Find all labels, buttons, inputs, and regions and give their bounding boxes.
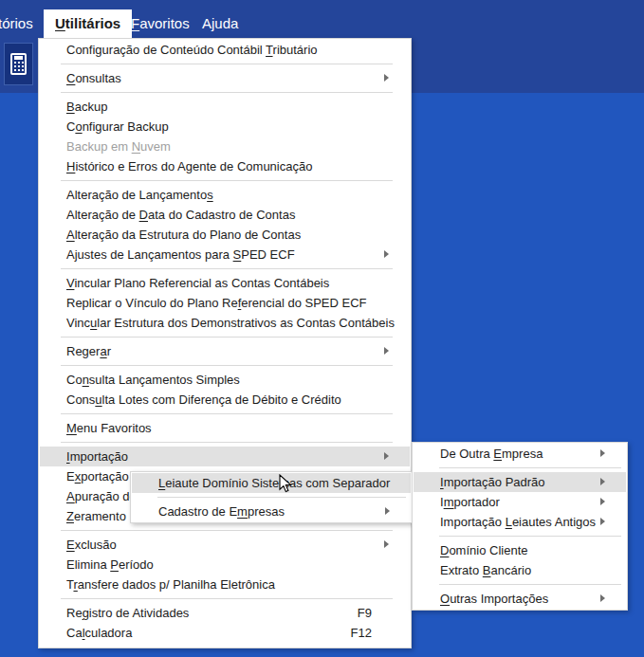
menu-item-label: Alteração de Lançamentos xyxy=(66,188,213,202)
importacao-submenu: De Outra EmpresaImportação PadrãoImporta… xyxy=(412,442,628,611)
menubar: tórios Utilitários Favoritos Ajuda xyxy=(0,0,644,38)
menu-item-label: Configuração de Conteúdo Contábil Tribut… xyxy=(66,43,318,57)
menu-item-consulta-lotes-com-diferenca-de-debito-e-credito[interactable]: Consulta Lotes com Diferença de Débito e… xyxy=(40,390,410,410)
menu-item-label: Vincular Plano Referencial as Contas Con… xyxy=(66,276,329,290)
menu-item-label: Elimina Período xyxy=(66,557,154,572)
submenu-arrow-icon xyxy=(600,478,605,485)
menu-item-label: Alteração da Estrutura do Plano de Conta… xyxy=(66,228,301,242)
shortcut-label: F9 xyxy=(358,603,372,623)
menu-item-label: Importador xyxy=(440,495,500,509)
menu-item-label: Backup xyxy=(66,100,107,114)
submenu-arrow-icon xyxy=(385,507,390,515)
menu-separator xyxy=(61,64,393,64)
menu-separator xyxy=(61,337,393,338)
submenu-arrow-icon xyxy=(600,518,605,525)
submenu-arrow-icon xyxy=(384,74,389,82)
menu-item-historico-e-erros-do-agente-de-comunicacao[interactable]: Histórico e Erros do Agente de Comunicaç… xyxy=(40,156,410,176)
menu-item-cadastro-de-empresas[interactable]: Cadastro de Empresas xyxy=(132,502,411,521)
menu-item-leiaute-dominio-sistemas-com-separador[interactable]: Leiaute Domínio Sistemas com Separador xyxy=(132,473,411,493)
menu-item-backup[interactable]: Backup xyxy=(40,97,410,117)
menu-item-replicar-o-vinculo-do-plano-referencial-do-sped-ecf[interactable]: Replicar o Vínculo do Plano Referencial … xyxy=(40,293,410,313)
menu-item-label: Outras Importações xyxy=(440,592,548,606)
menu-item-consulta-lancamentos-simples[interactable]: Consulta Lançamentos Simples xyxy=(40,370,410,390)
submenu-arrow-icon xyxy=(384,347,389,355)
menu-separator xyxy=(61,413,393,414)
submenu-arrow-icon xyxy=(384,540,389,548)
menu-item-transfere-dados-p-planilha-eletronica[interactable]: Transfere dados p/ Planilha Eletrônica xyxy=(40,575,410,594)
menu-item-label: Ajustes de Lançamentos para SPED ECF xyxy=(66,247,295,262)
menu-item-importacao-leiautes-antigos[interactable]: Importação Leiautes Antigos xyxy=(414,512,626,532)
menu-item-label: Zeramento xyxy=(66,509,126,523)
menu-item-ajustes-de-lancamentos-para-sped-ecf[interactable]: Ajustes de Lançamentos para SPED ECF xyxy=(40,245,410,265)
menu-item-label: Transfere dados p/ Planilha Eletrônica xyxy=(66,577,275,592)
calculator-toolbar-button[interactable] xyxy=(4,43,33,85)
menu-item-label: Configurar Backup xyxy=(66,119,169,134)
menu-item-configuracao-de-conteudo-contabil-tributario[interactable]: Configuração de Conteúdo Contábil Tribut… xyxy=(40,40,410,60)
menu-item-outras-importacoes[interactable]: Outras Importações xyxy=(414,589,626,609)
menu-item-label: De Outra Empresa xyxy=(440,447,543,461)
menu-separator xyxy=(157,497,406,498)
menu-separator xyxy=(61,530,393,531)
menu-item-alteracao-de-lancamentos[interactable]: Alteração de Lançamentos xyxy=(40,185,410,205)
menu-item-alteracao-de-data-do-cadastro-de-contas[interactable]: Alteração de Data do Cadastro de Contas xyxy=(40,205,410,225)
menu-separator xyxy=(61,598,393,599)
menu-item-label: Alteração de Data do Cadastro de Contas xyxy=(66,208,295,222)
menu-separator xyxy=(61,180,393,181)
menu-item-vincular-plano-referencial-as-contas-contabeis[interactable]: Vincular Plano Referencial as Contas Con… xyxy=(40,273,410,293)
menu-separator xyxy=(61,365,393,366)
menu-item-label: Regerar xyxy=(66,344,111,358)
menu-item-importacao-padrao[interactable]: Importação Padrão xyxy=(414,472,626,492)
menu-item-label: Consultas xyxy=(66,71,121,85)
menu-item-label: Domínio Cliente xyxy=(440,543,528,557)
menu-separator xyxy=(61,442,393,443)
menubar-item-ajuda[interactable]: Ajuda xyxy=(202,9,238,38)
app-window: tórios Utilitários Favoritos Ajuda Confi… xyxy=(0,0,644,657)
menu-item-label: Leiaute Domínio Sistemas com Separador xyxy=(158,476,390,490)
menu-item-backup-em-nuvem[interactable]: Backup em Nuvem xyxy=(40,137,410,156)
menu-item-label: Consulta Lotes com Diferença de Débito e… xyxy=(66,392,341,407)
menu-item-label: Apuração do xyxy=(66,489,137,503)
menubar-item-favoritos[interactable]: Favoritos xyxy=(131,9,190,38)
menu-item-label: Importação Padrão xyxy=(440,475,545,489)
menu-item-label: Vincular Estrutura dos Demonstrativos as… xyxy=(66,316,395,330)
menu-separator xyxy=(439,584,621,585)
menu-separator xyxy=(439,467,621,468)
menu-item-label: Calculadora xyxy=(66,626,132,640)
submenu-arrow-icon xyxy=(600,498,605,505)
menu-separator xyxy=(61,268,393,269)
menu-item-label: Exportação xyxy=(66,469,129,484)
menu-item-alteracao-da-estrutura-do-plano-de-contas[interactable]: Alteração da Estrutura do Plano de Conta… xyxy=(40,225,410,245)
menu-item-importador[interactable]: Importador xyxy=(414,492,626,512)
importacao-padrao-submenu: Leiaute Domínio Sistemas com SeparadorCa… xyxy=(130,471,413,523)
menu-item-configurar-backup[interactable]: Configurar Backup xyxy=(40,117,410,137)
menu-item-calculadora[interactable]: CalculadoraF12 xyxy=(40,623,410,643)
menu-item-label: Importação Leiautes Antigos xyxy=(440,515,596,529)
submenu-arrow-icon xyxy=(600,594,605,602)
menu-item-dominio-cliente[interactable]: Domínio Cliente xyxy=(414,540,626,560)
menubar-item-relatorios-partial[interactable]: tórios xyxy=(0,9,33,38)
menu-item-consultas[interactable]: Consultas xyxy=(40,68,410,88)
menu-item-vincular-estrutura-dos-demonstrativos-as-contas-contabeis[interactable]: Vincular Estrutura dos Demonstrativos as… xyxy=(40,313,410,333)
menu-item-de-outra-empresa[interactable]: De Outra Empresa xyxy=(414,444,626,464)
menu-item-importacao[interactable]: Importação xyxy=(40,447,410,466)
menu-item-label: Extrato Bancário xyxy=(440,563,531,577)
menu-item-elimina-periodo[interactable]: Elimina Período xyxy=(40,555,410,575)
menu-item-label: Registro de Atividades xyxy=(66,606,189,620)
menu-item-extrato-bancario[interactable]: Extrato Bancário xyxy=(414,560,626,580)
menu-item-label: Importação xyxy=(66,449,128,464)
menu-separator xyxy=(439,536,621,537)
menu-item-exclusao[interactable]: Exclusão xyxy=(40,535,410,555)
menu-item-menu-favoritos[interactable]: Menu Favoritos xyxy=(40,418,410,438)
shortcut-label: F12 xyxy=(351,623,372,643)
menu-separator xyxy=(61,92,393,93)
menu-item-regerar[interactable]: Regerar xyxy=(40,341,410,361)
menu-item-label: Exclusão xyxy=(66,538,117,552)
menu-item-label: Replicar o Vínculo do Plano Referencial … xyxy=(66,296,367,310)
mouse-cursor-icon xyxy=(279,474,292,494)
submenu-arrow-icon xyxy=(384,250,389,258)
menu-item-registro-de-atividades[interactable]: Registro de AtividadesF9 xyxy=(40,603,410,623)
menu-item-label: Cadastro de Empresas xyxy=(158,504,285,519)
menubar-item-utilitarios[interactable]: Utilitários xyxy=(44,9,132,38)
menu-item-label: Backup em Nuvem xyxy=(66,139,171,154)
submenu-arrow-icon xyxy=(384,452,389,460)
